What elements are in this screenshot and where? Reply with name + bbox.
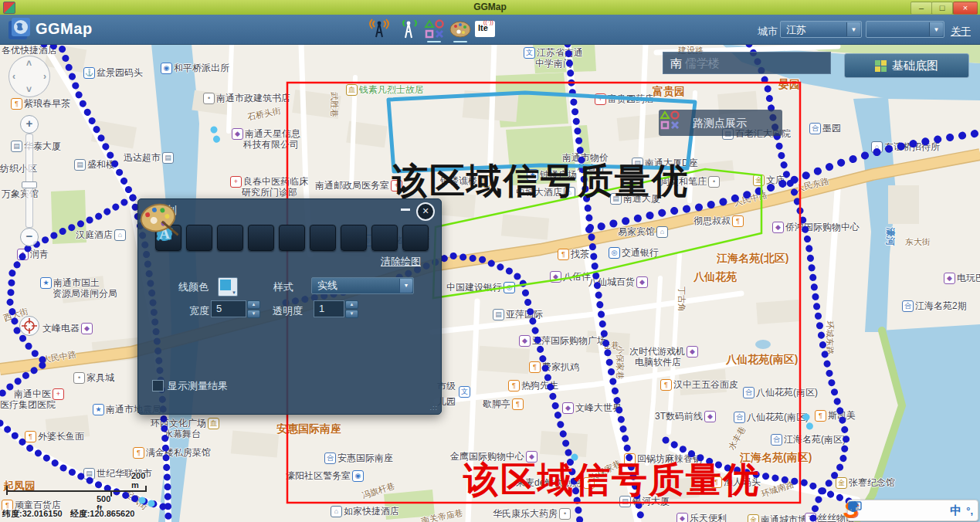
pan-up-icon[interactable]: ˄ <box>26 58 32 69</box>
ime-lang-toggle[interactable]: 中 <box>950 503 961 518</box>
city-label: 城市 <box>758 25 778 39</box>
roadtest-selected-indicator <box>427 41 441 42</box>
palette-selected-indicator <box>453 41 467 42</box>
signal-quality-annotation-bottom: 该区域信号质量优 <box>463 456 760 504</box>
map-pan-control[interactable]: ‹ › ˄ ˅ <box>8 56 50 97</box>
panel-minimize-button[interactable] <box>401 208 410 211</box>
width-stepper: ▲▼ <box>247 300 260 317</box>
width-label: 宽度 <box>189 304 209 318</box>
draw-panel: 绘制 ✕ A 清除绘图 线颜色 ▼ 样式 实线 ▼ 宽度 5 ▲▼ 透明度 1 … <box>137 198 442 415</box>
zoom-slider-handle[interactable] <box>22 181 37 188</box>
zoom-track[interactable] <box>25 134 33 228</box>
line-style-select[interactable]: 实线 ▼ <box>311 277 414 294</box>
gps-track <box>0 198 133 395</box>
zoom-in-button[interactable]: + <box>20 115 39 134</box>
gps-track <box>44 44 133 198</box>
palette-icon[interactable] <box>449 19 472 40</box>
app-name: GGMap <box>36 20 93 38</box>
gps-track-highlight <box>806 417 811 429</box>
search-input[interactable]: 南儒学楼 <box>663 52 831 74</box>
tool-circle-button[interactable] <box>279 225 305 251</box>
style-label: 样式 <box>273 280 293 294</box>
lte-icon[interactable]: lte ((·)) <box>475 21 495 37</box>
show-measure-checkbox[interactable] <box>152 380 164 392</box>
longitude-value: 经度:120.865620 <box>70 509 135 518</box>
chevron-down-icon: ▼ <box>846 22 860 36</box>
gps-track <box>0 423 165 507</box>
stepper-up[interactable]: ▲ <box>345 300 358 309</box>
roadtest-points-chip[interactable]: 路测点展示 <box>659 110 782 136</box>
crosshair-icon <box>20 317 39 335</box>
basemap-button[interactable]: 基础底图 <box>844 53 969 78</box>
close-button[interactable]: × <box>953 2 978 15</box>
about-link[interactable]: 关于 <box>951 25 971 39</box>
width-input[interactable]: 5 <box>211 300 246 317</box>
latitude-value: 纬度:32.016150 <box>2 509 63 518</box>
tool-ellipse-button[interactable] <box>310 225 336 251</box>
tool-polyline-button[interactable] <box>186 225 212 251</box>
opacity-label: 透明度 <box>273 304 303 318</box>
roadtest-shapes-icon <box>659 110 682 131</box>
district-select[interactable]: ▼ <box>866 21 944 38</box>
stepper-down[interactable]: ▼ <box>345 310 358 318</box>
basemap-grid-icon <box>875 60 887 72</box>
app-logo-icon <box>6 16 32 42</box>
chevron-down-icon: ▼ <box>929 22 943 36</box>
pan-left-icon[interactable]: ‹ <box>12 71 15 82</box>
roadtest-shapes-icon[interactable] <box>423 19 446 40</box>
stepper-up[interactable]: ▲ <box>247 300 260 309</box>
pan-right-icon[interactable]: › <box>43 71 46 82</box>
gps-track-highlight <box>214 130 217 141</box>
window-title: GGMap <box>0 2 980 12</box>
scale-metric: 200 m <box>131 471 145 490</box>
ime-toolbar: S 中 °, <box>847 500 978 521</box>
opacity-stepper: ▲▼ <box>345 300 358 317</box>
window-titlebar: GGMap – □ × <box>0 0 980 15</box>
gps-track <box>568 44 642 522</box>
tool-rectangle-button[interactable] <box>248 225 274 251</box>
tool-polygon-button[interactable] <box>341 225 367 251</box>
chevron-down-icon: ▼ <box>399 279 412 293</box>
map-viewport[interactable]: 各优快捷酒店⚓盆景园码头◉和平桥派出所•南通市政建筑书店¶紫琅春早茶▤华泰大厦▤… <box>0 44 980 522</box>
maximize-button[interactable]: □ <box>931 2 953 15</box>
map-coordinates: 纬度:32.016150经度:120.865620 <box>2 508 142 520</box>
ime-punct-toggle[interactable]: °, <box>966 505 973 517</box>
panel-resize-grip[interactable]: .:: <box>429 404 438 412</box>
draw-tools: A <box>155 225 429 251</box>
line-color-label: 线颜色 <box>178 280 209 294</box>
minimize-button[interactable]: – <box>910 2 932 15</box>
show-measure-label: 显示测量结果 <box>168 379 228 393</box>
color-swatch <box>220 280 231 290</box>
stepper-down[interactable]: ▼ <box>247 310 260 318</box>
app-toolbar: GGMap lte ((·)) 城市 江苏 ▼ ▼ 关于 <box>0 15 980 45</box>
line-color-picker[interactable]: ▼ <box>218 277 238 297</box>
locate-button[interactable] <box>19 316 39 336</box>
tool-curve-button[interactable] <box>217 225 243 251</box>
signal-tower-green-icon[interactable] <box>397 19 420 40</box>
city-select[interactable]: 江苏 ▼ <box>780 21 862 38</box>
panel-close-icon[interactable]: ✕ <box>416 202 435 221</box>
wrench-icon[interactable] <box>848 500 860 512</box>
zoom-out-button[interactable]: − <box>20 228 39 246</box>
clear-drawing-link[interactable]: 清除绘图 <box>381 255 421 269</box>
tool-text-button[interactable]: A <box>402 225 429 251</box>
signal-tower-orange-icon[interactable] <box>368 19 391 40</box>
opacity-input[interactable]: 1 <box>314 300 344 317</box>
pan-down-icon[interactable]: ˅ <box>26 84 32 95</box>
palette-icon <box>138 199 178 242</box>
tool-freeform-button[interactable] <box>371 225 398 251</box>
chevron-down-icon: ▼ <box>232 290 236 295</box>
